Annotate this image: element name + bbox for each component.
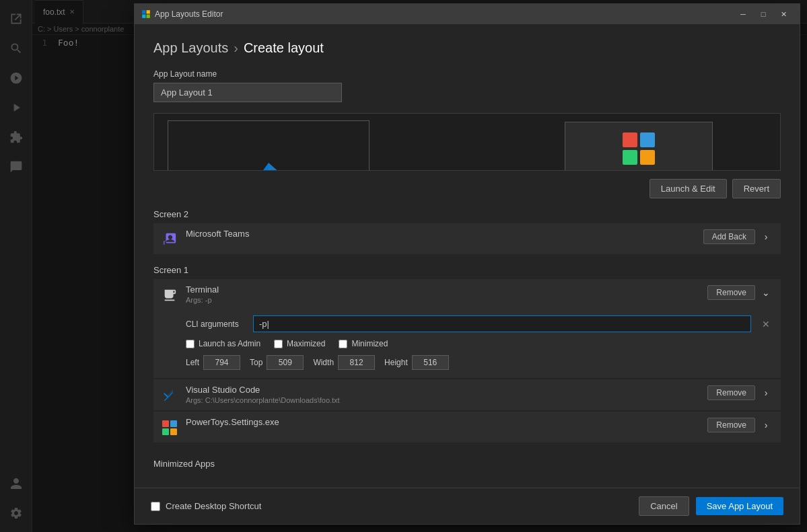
modal-overlay: App Layouts Editor ─ □ ✕ App Layouts › C… [32,0,807,532]
vscode-icon [160,386,179,405]
maximize-button[interactable]: □ [754,7,773,21]
powertoys-actions: Remove › [707,417,774,433]
terminal-item: Terminal Args: -p Remove ⌄ [153,279,781,310]
vscode-name: Visual Studio Code [186,385,701,395]
height-input[interactable] [412,355,449,370]
terminal-chevron-button[interactable]: ⌄ [758,284,774,301]
minimized-checkbox[interactable] [339,340,347,348]
revert-button[interactable]: Revert [732,179,781,198]
launch-admin-checkbox[interactable] [186,340,195,348]
vscode-chevron-button[interactable]: › [758,385,774,401]
screen-left-preview [168,120,370,171]
window-title: App Layouts Editor [141,9,223,19]
window-titlebar: App Layouts Editor ─ □ ✕ [135,4,800,24]
powertoys-info: PowerToys.Settings.exe [186,417,701,427]
powertoys-name: PowerToys.Settings.exe [186,417,701,427]
teams-name: Microsoft Teams [186,229,697,239]
height-field: Height [384,355,449,370]
breadcrumb-current: Create layout [244,40,324,56]
terminal-info: Terminal Args: -p [186,284,701,304]
teams-actions: Add Back › [703,229,774,245]
left-field: Left [186,355,240,370]
width-field: Width [313,355,375,370]
svg-rect-0 [142,10,145,13]
close-button[interactable]: ✕ [774,7,793,21]
screen2-app-list: Microsoft Teams Add Back › [153,223,781,254]
window-controls: ─ □ ✕ [734,7,793,21]
screen2-section: Screen 2 Microsoft Teams [153,209,781,254]
teams-add-back-button[interactable]: Add Back [703,229,755,244]
vscode-preview-icon [228,149,309,172]
maximized-checkbox[interactable] [274,340,283,348]
preview-area [153,113,781,171]
maximized-checkbox-label[interactable]: Maximized [274,339,325,348]
terminal-item-container: Terminal Args: -p Remove ⌄ [153,279,781,378]
top-input[interactable] [267,355,304,370]
terminal-remove-button[interactable]: Remove [707,285,755,300]
vscode-actions: Remove › [707,385,774,401]
preview-actions: Launch & Edit Revert [153,179,781,198]
top-field: Top [250,355,304,370]
svg-rect-3 [147,15,150,18]
window-footer: Create Desktop Shortcut Cancel Save App … [135,488,800,524]
powertoys-icon [160,418,179,437]
svg-rect-1 [147,10,150,13]
app-layouts-window: App Layouts Editor ─ □ ✕ App Layouts › C… [134,3,800,525]
window-content: App Layouts › Create layout App Layout n… [135,24,800,488]
teams-icon [160,230,179,249]
vscode-item: Visual Studio Code Args: C:\Users\connor… [153,379,781,410]
powertoys-preview-icon [623,132,655,165]
height-label: Height [384,358,408,367]
powertoys-remove-button[interactable]: Remove [707,418,755,432]
launch-admin-checkbox-label[interactable]: Launch as Admin [186,339,260,348]
window-app-icon [141,9,151,19]
left-label: Left [186,358,199,367]
cli-row: CLI arguments ✕ [186,315,774,332]
desktop-shortcut-checkbox[interactable] [151,502,160,511]
cli-clear-button[interactable]: ✕ [758,317,774,331]
powertoys-chevron-button[interactable]: › [758,417,774,433]
layout-name-input[interactable] [153,83,342,102]
cancel-button[interactable]: Cancel [639,496,689,516]
terminal-actions: Remove ⌄ [707,284,774,301]
screen1-label: Screen 1 [153,265,781,275]
screen1-section: Screen 1 [153,265,781,443]
vscode-remove-button[interactable]: Remove [707,385,755,400]
desktop-shortcut-checkbox-label[interactable]: Create Desktop Shortcut [151,501,261,511]
terminal-name: Terminal [186,284,701,295]
width-input[interactable] [338,355,375,370]
terminal-args: Args: -p [186,296,701,304]
terminal-expanded: CLI arguments ✕ Launch as Admin [153,310,781,378]
minimized-label: Minimized [351,339,388,348]
teams-item: Microsoft Teams Add Back › [153,223,781,254]
layout-name-section: App Layout name [153,69,781,102]
left-input[interactable] [203,355,240,370]
launch-edit-button[interactable]: Launch & Edit [650,179,727,198]
top-label: Top [250,358,262,367]
footer-right: Cancel Save App Layout [639,496,783,516]
width-label: Width [313,358,334,367]
powertoys-item: PowerToys.Settings.exe Remove › [153,412,781,443]
modal-breadcrumb: App Layouts › Create layout [153,40,781,56]
checkboxes-row: Launch as Admin Maximized Minimized [186,339,774,348]
save-app-layout-button[interactable]: Save App Layout [696,497,783,515]
screen1-app-list: Terminal Args: -p Remove ⌄ [153,279,781,443]
breadcrumb-parent[interactable]: App Layouts [153,40,228,56]
screen-right-top-preview [565,122,713,171]
position-row: Left Top Width [186,355,774,370]
cli-input[interactable] [253,315,751,332]
vscode-main: foo.txt ✕ C: > Users > connorplante 1 Fo… [32,0,807,532]
minimized-label: Minimized Apps [153,453,781,471]
footer-left: Create Desktop Shortcut [151,501,261,511]
launch-admin-label: Launch as Admin [199,339,260,348]
desktop-shortcut-label: Create Desktop Shortcut [166,501,261,511]
layout-name-label: App Layout name [153,69,781,79]
minimize-button[interactable]: ─ [734,7,752,21]
minimized-checkbox-label[interactable]: Minimized [339,339,388,348]
screen2-label: Screen 2 [153,209,781,219]
vscode-info: Visual Studio Code Args: C:\Users\connor… [186,385,701,404]
vscode-args: Args: C:\Users\connorplante\Downloads\fo… [186,396,701,404]
terminal-icon [160,286,179,305]
maximized-label: Maximized [287,339,325,348]
teams-chevron-button[interactable]: › [758,229,774,245]
